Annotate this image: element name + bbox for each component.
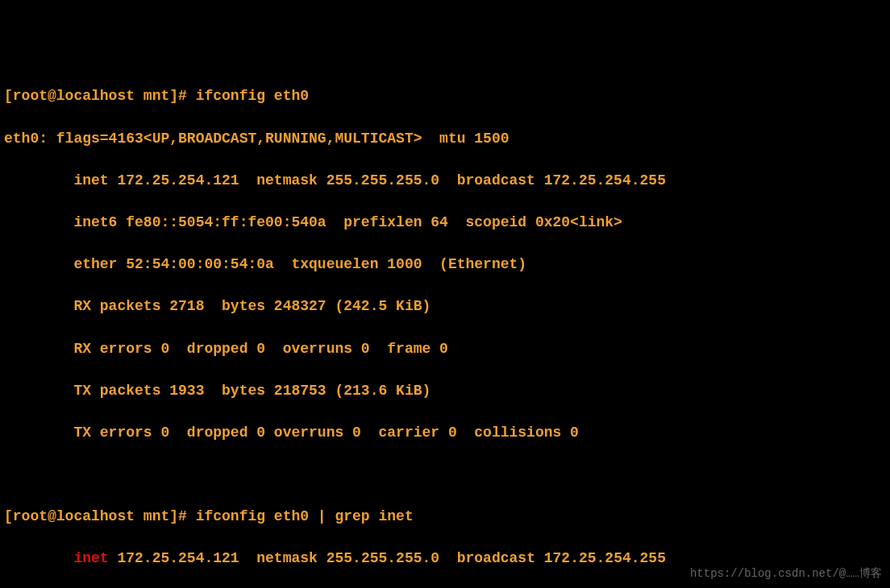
- output-pad: [4, 550, 73, 566]
- output-line: inet 172.25.254.121 netmask 255.255.255.…: [4, 170, 886, 191]
- watermark-text: https://blog.csdn.net/@……博客: [690, 565, 882, 582]
- output-line: RX packets 2718 bytes 248327 (242.5 KiB): [4, 296, 886, 317]
- prompt: [root@localhost mnt]#: [4, 508, 196, 524]
- output-line: TX errors 0 dropped 0 overruns 0 carrier…: [4, 422, 886, 443]
- output-line: ether 52:54:00:00:54:0a txqueuelen 1000 …: [4, 254, 886, 275]
- grep-match: inet: [73, 550, 108, 566]
- output-line: inet6 fe80::5054:ff:fe00:540a prefixlen …: [4, 212, 886, 233]
- command-text: ifconfig eth0 | grep inet: [196, 508, 414, 524]
- output-line: TX packets 1933 bytes 218753 (213.6 KiB): [4, 380, 886, 401]
- output-rest: 172.25.254.121 netmask 255.255.255.0 bro…: [109, 550, 666, 566]
- prompt: [root@localhost mnt]#: [4, 88, 196, 104]
- command-text: ifconfig eth0: [196, 88, 309, 104]
- output-line: RX errors 0 dropped 0 overruns 0 frame 0: [4, 338, 886, 359]
- output-line: eth0: flags=4163<UP,BROADCAST,RUNNING,MU…: [4, 128, 886, 149]
